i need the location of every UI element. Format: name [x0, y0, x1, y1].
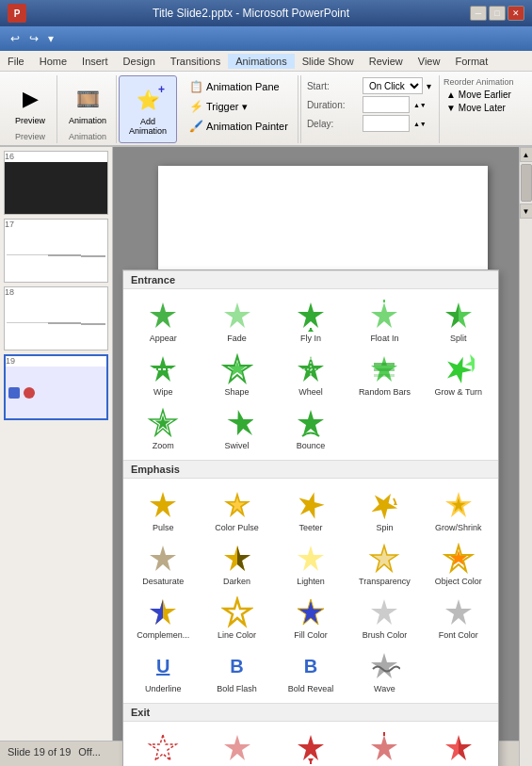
anim-fill-color[interactable]: Fill Color: [275, 592, 347, 644]
svg-marker-26: [150, 492, 176, 517]
menu-insert[interactable]: Insert: [74, 54, 116, 69]
maximize-button[interactable]: □: [489, 6, 506, 21]
slide-panel: 16 17 18 19: [0, 147, 113, 741]
anim-font-color[interactable]: Font Color: [423, 592, 494, 644]
anim-pulse[interactable]: Pulse: [127, 484, 199, 536]
anim-line-color[interactable]: Line Color: [201, 592, 272, 644]
menu-home[interactable]: Home: [32, 54, 74, 69]
anim-bold-flash[interactable]: B Bold Flash: [201, 645, 272, 697]
anim-shape[interactable]: Shape: [201, 349, 272, 400]
animation-button[interactable]: 🎞️ Animation: [65, 80, 110, 127]
scroll-up-button[interactable]: ▲: [520, 147, 533, 162]
anim-darken[interactable]: Darken: [201, 538, 272, 590]
ribbon-group-preview: ▶ Preview Preview: [4, 75, 57, 143]
anim-lighten[interactable]: Lighten: [275, 538, 347, 590]
scroll-down-button[interactable]: ▼: [520, 204, 533, 219]
animation-pane-button[interactable]: 📋 Animation Pane: [185, 77, 292, 96]
preview-button[interactable]: ▶ Preview: [9, 80, 51, 127]
anim-swivel[interactable]: Swivel: [201, 402, 272, 454]
svg-marker-37: [298, 546, 324, 571]
anim-exit-split[interactable]: Split: [423, 727, 494, 766]
delay-input[interactable]: [363, 115, 410, 132]
menu-review[interactable]: Review: [362, 54, 411, 69]
svg-marker-47: [445, 599, 472, 625]
wheel-icon: [294, 352, 328, 386]
add-animation-button[interactable]: ⭐ + AddAnimation: [125, 81, 170, 138]
svg-marker-50: [224, 735, 250, 760]
close-button[interactable]: ✕: [508, 6, 524, 21]
move-earlier-button[interactable]: ▲ Move Earlier: [443, 89, 514, 101]
anim-desaturate[interactable]: Desaturate: [127, 538, 199, 590]
anim-split[interactable]: Split: [423, 295, 494, 347]
menu-slideshow[interactable]: Slide Show: [295, 54, 362, 69]
duration-input[interactable]: [363, 96, 410, 113]
animation-painter-button[interactable]: 🖌️ Animation Painter: [185, 117, 292, 136]
duration-spin[interactable]: ▲▼: [413, 102, 427, 108]
anim-spin[interactable]: Spin: [348, 484, 420, 536]
anim-grow-shrink[interactable]: Grow/Shrink: [423, 484, 494, 536]
redo-button[interactable]: ↪: [26, 30, 41, 47]
svg-marker-5: [371, 302, 397, 328]
anim-exit-fade[interactable]: Fade: [201, 727, 272, 766]
menu-view[interactable]: View: [411, 54, 448, 69]
anim-grow-turn[interactable]: Grow & Turn: [423, 349, 494, 400]
anim-bold-reveal[interactable]: B Bold Reveal: [275, 645, 347, 697]
split-icon: [442, 299, 476, 333]
emphasis-grid: Pulse Color Pulse Teeter: [123, 479, 498, 703]
anim-exit-disappear[interactable]: Disappear: [127, 727, 199, 766]
trigger-arrow: ▾: [242, 101, 248, 113]
scroll-thumb[interactable]: [521, 164, 532, 202]
delay-spin[interactable]: ▲▼: [413, 121, 427, 127]
timing-group: Start: On Click ▾ Duration: ▲▼ Delay: ▲▼: [300, 75, 437, 143]
svg-marker-1: [224, 302, 250, 328]
minimize-button[interactable]: ─: [470, 6, 487, 21]
anim-fade[interactable]: Fade: [201, 295, 272, 347]
slide-18[interactable]: 18: [4, 286, 108, 350]
grow-shrink-label: Grow/Shrink: [435, 523, 482, 532]
anim-appear[interactable]: Appear: [127, 295, 199, 347]
anim-wipe[interactable]: Wipe: [127, 349, 199, 400]
underline-icon: U: [146, 649, 180, 683]
anim-wheel[interactable]: Wheel: [275, 349, 347, 400]
menu-transitions[interactable]: Transitions: [163, 54, 228, 69]
teeter-label: Teeter: [298, 523, 322, 532]
svg-marker-25: [298, 410, 324, 435]
anim-transparency[interactable]: Transparency: [348, 538, 420, 590]
exit-disappear-icon: [146, 731, 180, 765]
anim-exit-fly-out[interactable]: Fly Out: [275, 727, 347, 766]
menu-format[interactable]: Format: [447, 54, 495, 69]
animation-painter-icon: 🖌️: [188, 119, 203, 134]
anim-object-color[interactable]: Object Color: [423, 538, 494, 590]
anim-teeter[interactable]: Teeter: [275, 484, 347, 536]
window-title: Title Slide2.pptx - Microsoft PowerPoint: [32, 7, 470, 20]
pulse-label: Pulse: [153, 523, 174, 532]
anim-random-bars[interactable]: Random Bars: [348, 349, 420, 400]
menu-file[interactable]: File: [0, 54, 32, 69]
anim-wave[interactable]: Wave: [348, 645, 420, 697]
anim-color-pulse[interactable]: Color Pulse: [201, 484, 272, 536]
anim-complementary[interactable]: Complemen...: [127, 592, 199, 644]
anim-bounce[interactable]: Bounce: [275, 402, 347, 454]
trigger-button[interactable]: ⚡ Trigger ▾: [185, 97, 292, 116]
anim-zoom[interactable]: Zoom: [127, 402, 199, 454]
exit-grid: Disappear Fade Fly Out: [123, 722, 498, 766]
slide-19[interactable]: 19: [4, 354, 108, 420]
menu-design[interactable]: Design: [116, 54, 163, 69]
emphasis-section-header: Emphasis: [123, 460, 498, 479]
animation-painter-label: Animation Painter: [206, 121, 288, 132]
underline-label: Underline: [145, 684, 182, 693]
anim-brush-color[interactable]: Brush Color: [348, 592, 420, 644]
preview-icon: ▶: [13, 82, 47, 116]
anim-fly-in[interactable]: Fly In: [275, 295, 347, 347]
anim-underline[interactable]: U Underline: [127, 645, 199, 697]
anim-float-in[interactable]: Float In: [348, 295, 420, 347]
undo-button[interactable]: ↩: [8, 30, 23, 47]
menu-animations[interactable]: Animations: [228, 54, 294, 69]
anim-exit-float-out[interactable]: Float Out: [348, 727, 420, 766]
move-later-button[interactable]: ▼ Move Later: [443, 102, 514, 114]
slide-17[interactable]: 17: [4, 219, 108, 283]
slide-16[interactable]: 16: [4, 151, 108, 215]
exit-fade-icon: [220, 731, 254, 765]
customize-qat-button[interactable]: ▾: [45, 30, 56, 47]
start-select[interactable]: On Click: [363, 77, 423, 94]
